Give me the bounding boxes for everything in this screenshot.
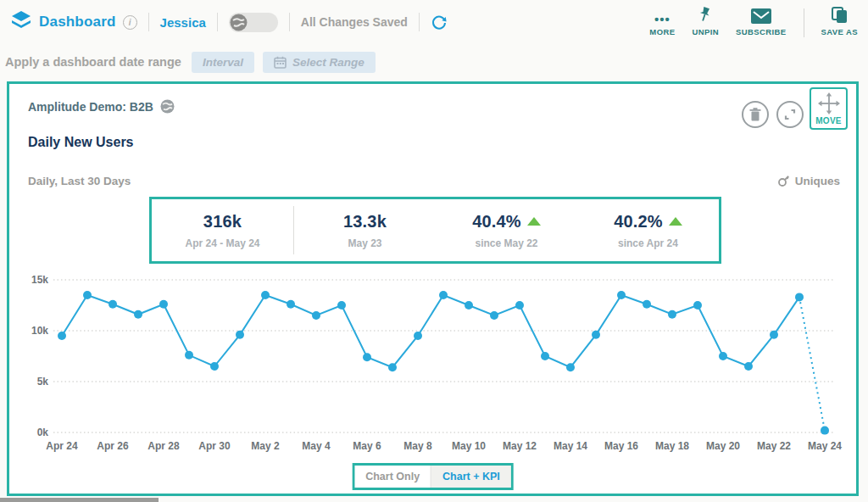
- interval-button[interactable]: Interval: [192, 52, 254, 73]
- pin-icon: [698, 7, 713, 24]
- uniques-metric-selector[interactable]: Uniques: [777, 175, 840, 187]
- widget-toolbar: [742, 101, 804, 128]
- user-name-link[interactable]: Jessica: [160, 15, 206, 30]
- view-toggle: Chart Only Chart + KPI: [352, 463, 514, 490]
- uniques-icon: [777, 175, 790, 187]
- kpi-latest: 13.3k May 23: [294, 199, 436, 261]
- public-toggle[interactable]: [229, 13, 278, 32]
- svg-text:15k: 15k: [31, 274, 48, 286]
- select-range-button[interactable]: Select Range: [263, 52, 376, 73]
- date-range-bar: Apply a dashboard date range Interval Se…: [0, 47, 868, 76]
- delete-widget-button[interactable]: [742, 101, 769, 128]
- unpin-button[interactable]: UNPIN: [692, 7, 719, 36]
- more-button[interactable]: ••• MORE: [649, 7, 675, 36]
- svg-text:May 20: May 20: [706, 440, 740, 452]
- widget-title: Daily New Users: [28, 135, 134, 150]
- svg-text:May 18: May 18: [655, 440, 689, 452]
- save-as-button[interactable]: SAVE AS: [821, 7, 858, 36]
- divider: [148, 13, 149, 31]
- dashboard-layers-icon: [10, 10, 32, 34]
- calendar-icon: [274, 56, 287, 69]
- chart-kpi-tab[interactable]: Chart + KPI: [431, 466, 511, 488]
- info-icon[interactable]: i: [123, 15, 137, 30]
- ellipsis-icon: •••: [654, 15, 670, 24]
- svg-text:Apr 30: Apr 30: [198, 440, 231, 452]
- header-action-bar: ••• MORE UNPIN SUBSCRIBE: [649, 7, 858, 37]
- refresh-icon[interactable]: [431, 14, 448, 31]
- widget-subtitle: Daily, Last 30 Days: [28, 175, 131, 187]
- svg-text:Apr 26: Apr 26: [97, 440, 129, 452]
- chart-only-tab[interactable]: Chart Only: [354, 466, 431, 488]
- svg-text:May 12: May 12: [503, 440, 537, 452]
- trend-up-icon: [669, 217, 682, 226]
- next-widget-edge: [0, 498, 159, 502]
- save-status: All Changes Saved: [301, 15, 408, 29]
- svg-text:0k: 0k: [37, 427, 49, 438]
- move-arrows-icon: [818, 92, 840, 114]
- svg-text:May 4: May 4: [302, 440, 331, 452]
- widget-source-label: Amplitude Demo: B2B: [28, 100, 153, 114]
- svg-text:May 8: May 8: [403, 440, 432, 452]
- resize-widget-button[interactable]: [776, 101, 804, 128]
- move-widget-button[interactable]: MOVE: [810, 87, 848, 130]
- svg-text:May 6: May 6: [353, 440, 381, 452]
- trend-up-icon: [527, 217, 541, 226]
- svg-text:10k: 10k: [31, 325, 48, 337]
- date-range-label: Apply a dashboard date range: [5, 55, 181, 69]
- divider: [217, 13, 218, 31]
- globe-icon: [230, 14, 248, 31]
- svg-text:5k: 5k: [37, 376, 49, 388]
- envelope-icon: [751, 7, 771, 24]
- divider: [289, 13, 290, 31]
- svg-text:May 2: May 2: [251, 440, 280, 452]
- trash-icon: [749, 108, 761, 121]
- move-label: MOVE: [815, 116, 842, 126]
- svg-text:May 24: May 24: [808, 440, 842, 452]
- line-chart[interactable]: 0k5k10k15kApr 24Apr 26Apr 28Apr 30May 2M…: [21, 270, 850, 466]
- page-title: Dashboard: [39, 14, 116, 31]
- svg-text:Apr 24: Apr 24: [46, 440, 78, 452]
- kpi-monthly-change: 40.2% since Apr 24: [577, 199, 719, 261]
- kpi-strip[interactable]: 316k Apr 24 - May 24 13.3k May 23 40.4% …: [149, 197, 721, 264]
- divider: [804, 8, 804, 37]
- divider: [419, 13, 420, 31]
- resize-icon: [783, 108, 797, 121]
- top-header: Dashboard i Jessica All Changes Saved ••…: [0, 0, 868, 44]
- svg-text:May 16: May 16: [604, 440, 638, 452]
- subscribe-button[interactable]: SUBSCRIBE: [736, 7, 787, 36]
- svg-text:Apr 28: Apr 28: [147, 440, 180, 452]
- copy-icon: [831, 7, 848, 24]
- dashboard-widget-panel: Amplitude Demo: B2B: [7, 81, 859, 496]
- svg-text:May 22: May 22: [757, 440, 791, 452]
- svg-text:May 10: May 10: [452, 440, 486, 452]
- kpi-daily-change: 40.4% since May 22: [436, 199, 577, 261]
- kpi-total: 316k Apr 24 - May 24: [152, 199, 293, 261]
- svg-text:May 14: May 14: [554, 440, 587, 452]
- globe-icon: [160, 99, 175, 114]
